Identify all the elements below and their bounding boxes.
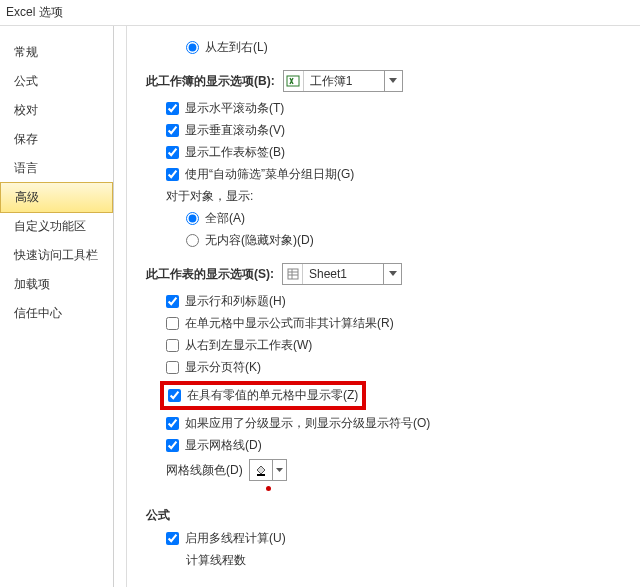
sidebar-item-proofing[interactable]: 校对 (0, 96, 113, 125)
lbl-autofilter-dates: 使用“自动筛选”菜单分组日期(G) (185, 166, 354, 183)
sidebar-item-save[interactable]: 保存 (0, 125, 113, 154)
main: 常规 公式 校对 保存 语言 高级 自定义功能区 快速访问工具栏 加载项 信任中… (0, 25, 640, 587)
chk-show-zero[interactable] (168, 389, 181, 402)
lbl-hscroll: 显示水平滚动条(T) (185, 100, 284, 117)
combo-worksheet[interactable]: Sheet1 (282, 263, 402, 285)
chk-outline-symbols[interactable] (166, 417, 179, 430)
paint-bucket-icon (250, 463, 272, 477)
lbl-thread-count: 计算线程数 (186, 552, 636, 569)
label-objects: 对于对象，显示: (166, 188, 636, 205)
sidebar-item-customize-ribbon[interactable]: 自定义功能区 (0, 212, 113, 241)
chk-row-col-headers[interactable] (166, 295, 179, 308)
chk-multithread[interactable] (166, 532, 179, 545)
divider (126, 26, 127, 587)
radio-objects-none[interactable] (186, 234, 199, 247)
chk-sheettabs[interactable] (166, 146, 179, 159)
chk-gridlines[interactable] (166, 439, 179, 452)
red-dot-icon (266, 486, 271, 491)
chevron-down-icon[interactable] (384, 71, 402, 91)
sidebar: 常规 公式 校对 保存 语言 高级 自定义功能区 快速访问工具栏 加载项 信任中… (0, 26, 114, 587)
svg-rect-1 (288, 269, 298, 279)
sidebar-item-language[interactable]: 语言 (0, 154, 113, 183)
section-formulas-title: 公式 (146, 507, 636, 524)
label-worksheet-section: 此工作表的显示选项(S): (146, 266, 274, 283)
label-left-to-right: 从左到右(L) (205, 39, 268, 56)
lbl-vscroll: 显示垂直滚动条(V) (185, 122, 285, 139)
sidebar-item-general[interactable]: 常规 (0, 38, 113, 67)
combo-worksheet-text: Sheet1 (303, 267, 383, 281)
chk-rtl-sheet[interactable] (166, 339, 179, 352)
lbl-page-breaks: 显示分页符(K) (185, 359, 261, 376)
lbl-objects-all: 全部(A) (205, 210, 245, 227)
window-title: Excel 选项 (0, 0, 640, 25)
lbl-multithread: 启用多线程计算(U) (185, 530, 286, 547)
sidebar-item-addins[interactable]: 加载项 (0, 270, 113, 299)
chk-hscroll[interactable] (166, 102, 179, 115)
section-worksheet: 此工作表的显示选项(S): Sheet1 (146, 263, 636, 285)
lbl-gridlines: 显示网格线(D) (185, 437, 262, 454)
chk-autofilter-dates[interactable] (166, 168, 179, 181)
combo-workbook[interactable]: 工作簿1 (283, 70, 403, 92)
radio-objects-all[interactable] (186, 212, 199, 225)
content-panel: 从左到右(L) 此工作簿的显示选项(B): 工作簿1 显示水平滚动条(T) 显示… (114, 26, 640, 587)
section-workbook: 此工作簿的显示选项(B): 工作簿1 (146, 70, 636, 92)
svg-rect-0 (287, 76, 299, 86)
lbl-rtl-sheet: 从右到左显示工作表(W) (185, 337, 312, 354)
sidebar-item-formulas[interactable]: 公式 (0, 67, 113, 96)
sidebar-item-advanced[interactable]: 高级 (0, 182, 113, 213)
lbl-objects-none: 无内容(隐藏对象)(D) (205, 232, 314, 249)
sidebar-item-quick-access[interactable]: 快速访问工具栏 (0, 241, 113, 270)
lbl-show-zero: 在具有零值的单元格中显示零(Z) (187, 387, 358, 404)
combo-workbook-text: 工作簿1 (304, 73, 384, 90)
sidebar-item-trust-center[interactable]: 信任中心 (0, 299, 113, 328)
row-gridline-color: 网格线颜色(D) (166, 459, 636, 481)
highlight-show-zero: 在具有零值的单元格中显示零(Z) (160, 381, 366, 410)
lbl-sheettabs: 显示工作表标签(B) (185, 144, 285, 161)
excel-icon (284, 71, 304, 91)
chk-show-formulas[interactable] (166, 317, 179, 330)
chevron-down-icon[interactable] (383, 264, 401, 284)
chk-vscroll[interactable] (166, 124, 179, 137)
lbl-show-formulas: 在单元格中显示公式而非其计算结果(R) (185, 315, 394, 332)
label-workbook-section: 此工作簿的显示选项(B): (146, 73, 275, 90)
sheet-icon (283, 264, 303, 284)
lbl-row-col-headers: 显示行和列标题(H) (185, 293, 286, 310)
svg-rect-5 (257, 474, 265, 476)
chk-page-breaks[interactable] (166, 361, 179, 374)
gridline-color-button[interactable] (249, 459, 287, 481)
chevron-down-icon[interactable] (272, 460, 286, 480)
radio-left-to-right[interactable] (186, 41, 199, 54)
row-default-direction: 从左到右(L) (186, 39, 636, 56)
lbl-outline-symbols: 如果应用了分级显示，则显示分级显示符号(O) (185, 415, 430, 432)
lbl-gridline-color: 网格线颜色(D) (166, 462, 243, 479)
